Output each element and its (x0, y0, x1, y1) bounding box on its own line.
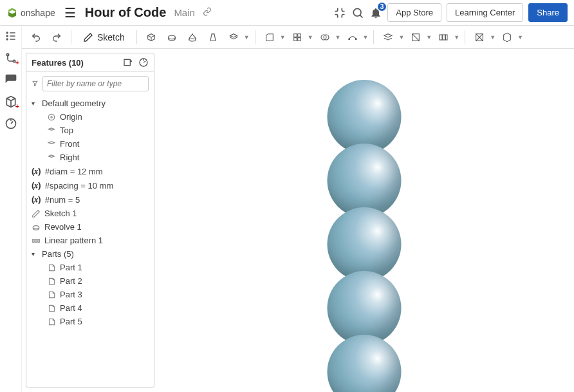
revolve1-item[interactable]: Revolve 1 (26, 220, 154, 234)
extrude-icon[interactable] (142, 28, 160, 46)
custom-feature-icon[interactable] (123, 57, 133, 68)
variable-diam[interactable]: (𝑥)#diam = 12 mm (26, 164, 154, 178)
comments-icon[interactable] (5, 73, 17, 86)
feature-tree: ▾ Default geometry Origin Top Front Righ… (26, 95, 154, 387)
svg-point-3 (6, 39, 8, 40)
undo-icon[interactable] (27, 28, 45, 46)
front-plane-item[interactable]: Front (26, 137, 154, 151)
svg-rect-29 (38, 239, 39, 242)
caret-down-icon[interactable]: ▼ (363, 34, 369, 41)
feature-panel-title: Features (10) (32, 58, 84, 68)
sketch1-item[interactable]: Sketch 1 (26, 207, 154, 220)
default-geometry-group[interactable]: ▾ Default geometry (26, 97, 154, 110)
sphere (328, 80, 402, 154)
svg-rect-10 (297, 33, 301, 37)
add-feature-icon[interactable] (5, 51, 17, 64)
menu-icon[interactable]: ☰ (60, 5, 80, 21)
draft-icon[interactable] (288, 28, 306, 46)
svg-rect-22 (124, 59, 130, 65)
caret-down-icon[interactable]: ▼ (244, 34, 250, 41)
revolve-icon[interactable] (163, 28, 181, 46)
left-rail (0, 26, 22, 392)
svg-point-26 (33, 225, 39, 229)
origin-item[interactable]: Origin (26, 110, 154, 124)
svg-rect-19 (443, 35, 445, 40)
pattern-icon[interactable] (434, 28, 452, 46)
linear-pattern1-item[interactable]: Linear pattern 1 (26, 234, 154, 247)
materials-icon[interactable] (5, 95, 17, 108)
learning-center-button[interactable]: Learning Center (447, 3, 523, 22)
logo[interactable]: onshape (6, 7, 55, 19)
measure-icon[interactable] (5, 117, 17, 130)
part2-item[interactable]: Part 2 (26, 274, 154, 288)
logo-text: onshape (21, 8, 55, 18)
fillet-icon[interactable] (261, 28, 279, 46)
plane-icon (47, 126, 56, 135)
notifications-icon[interactable]: 3 (369, 6, 382, 19)
svg-rect-20 (446, 35, 448, 40)
sphere (328, 207, 402, 281)
boolean-icon[interactable] (316, 28, 334, 46)
document-branch[interactable]: Main (174, 7, 195, 18)
variable-spacing[interactable]: (𝑥)#spacing = 10 mm (26, 178, 154, 192)
loft-icon[interactable] (204, 28, 222, 46)
sketch-button[interactable]: Sketch (77, 30, 131, 45)
part5-item[interactable]: Part 5 (26, 315, 154, 328)
svg-point-24 (51, 116, 52, 117)
sweep-icon[interactable] (183, 28, 201, 46)
top-plane-item[interactable]: Top (26, 124, 154, 137)
caret-down-icon[interactable]: ▼ (308, 34, 313, 41)
transform-icon[interactable] (344, 28, 362, 46)
svg-point-1 (6, 32, 8, 33)
pencil-icon (32, 209, 41, 218)
sphere (328, 335, 402, 392)
svg-rect-12 (297, 37, 301, 41)
filter-input[interactable] (42, 76, 149, 91)
caret-down-icon[interactable]: ▼ (280, 34, 286, 41)
rollback-icon[interactable] (138, 57, 149, 68)
svg-point-8 (189, 39, 196, 41)
filter-icon[interactable] (32, 79, 39, 89)
svg-rect-28 (35, 239, 37, 242)
viewport-3d[interactable] (154, 49, 574, 392)
search-icon[interactable] (351, 6, 364, 19)
pencil-icon (83, 32, 93, 42)
svg-rect-9 (293, 33, 297, 37)
section-icon[interactable] (470, 28, 488, 46)
parts-group[interactable]: ▾Parts (5) (26, 247, 154, 261)
link-icon[interactable] (203, 7, 212, 18)
sphere (328, 144, 402, 218)
caret-down-icon[interactable]: ▼ (454, 34, 459, 41)
svg-rect-18 (440, 35, 442, 40)
caret-down-icon[interactable]: ▼ (517, 34, 523, 41)
caret-down-icon[interactable]: ▼ (490, 34, 495, 41)
insert-icon[interactable] (498, 28, 516, 46)
caret-down-icon[interactable]: ▼ (398, 34, 404, 41)
variable-num[interactable]: (𝑥)#num = 5 (26, 192, 154, 207)
share-button[interactable]: Share (528, 3, 568, 22)
redo-icon[interactable] (48, 28, 66, 46)
plane-icon (47, 153, 56, 162)
svg-point-25 (48, 114, 54, 120)
part-icon (47, 263, 56, 272)
plane-icon[interactable] (379, 28, 397, 46)
part-icon (47, 304, 56, 313)
caret-down-icon[interactable]: ▼ (335, 34, 341, 41)
hole-icon[interactable] (407, 28, 425, 46)
feature-list-icon[interactable] (5, 30, 17, 42)
part3-item[interactable]: Part 3 (26, 288, 154, 301)
right-plane-item[interactable]: Right (26, 151, 154, 164)
featurescript-icon[interactable] (333, 6, 346, 19)
app-store-button[interactable]: App Store (387, 3, 441, 22)
svg-point-5 (13, 60, 15, 62)
svg-point-4 (6, 53, 8, 55)
document-title[interactable]: Hour of Code (85, 5, 167, 20)
caret-down-icon[interactable]: ▼ (426, 34, 432, 41)
svg-point-0 (354, 8, 362, 16)
part4-item[interactable]: Part 4 (26, 301, 154, 315)
sphere (328, 271, 402, 345)
part-icon (47, 317, 56, 326)
svg-point-7 (168, 35, 175, 39)
thicken-icon[interactable] (225, 28, 243, 46)
part1-item[interactable]: Part 1 (26, 261, 154, 274)
